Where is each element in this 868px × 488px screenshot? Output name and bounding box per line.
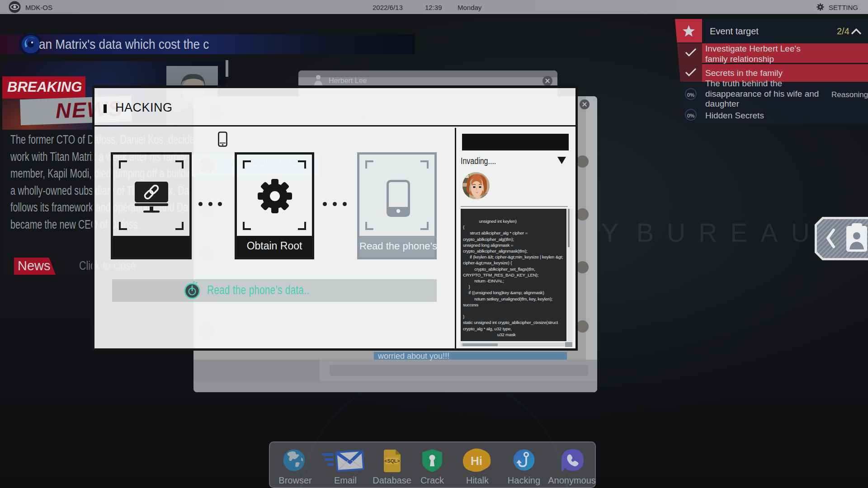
svg-text:Hi: Hi [471, 454, 482, 468]
svg-text:<SQL>: <SQL> [385, 458, 400, 464]
